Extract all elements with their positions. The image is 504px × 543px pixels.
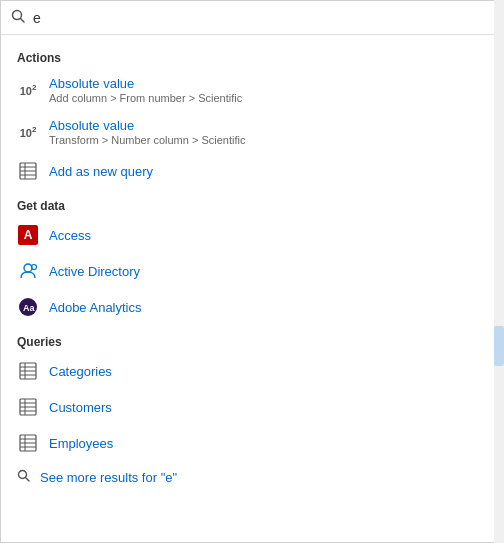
- list-item[interactable]: Customers: [1, 389, 503, 425]
- item-title: Access: [49, 228, 91, 243]
- list-item[interactable]: 102 Absolute value Transform > Number co…: [1, 111, 503, 153]
- item-title: Active Directory: [49, 264, 140, 279]
- item-title: Categories: [49, 364, 112, 379]
- see-more-label: See more results for "e": [40, 470, 177, 485]
- search-input[interactable]: e: [33, 10, 493, 26]
- item-title: Customers: [49, 400, 112, 415]
- item-title: Absolute value: [49, 118, 245, 133]
- svg-line-1: [21, 19, 25, 23]
- search-icon: [11, 9, 25, 26]
- svg-point-7: [24, 264, 32, 272]
- adobe-analytics-icon: Aa: [17, 296, 39, 318]
- svg-text:Aa: Aa: [23, 303, 35, 313]
- list-item[interactable]: Categories: [1, 353, 503, 389]
- search-panel: e Actions 102 Absolute value Add column …: [0, 0, 504, 543]
- search-icon: [17, 469, 30, 485]
- section-header-actions: Actions: [1, 41, 503, 69]
- item-title: Employees: [49, 436, 113, 451]
- scrollbar-thumb[interactable]: [494, 326, 504, 366]
- table-icon: [17, 432, 39, 454]
- list-item[interactable]: 102 Absolute value Add column > From num…: [1, 69, 503, 111]
- section-header-queries: Queries: [1, 325, 503, 353]
- scrollbar[interactable]: [494, 0, 504, 543]
- list-item[interactable]: Employees: [1, 425, 503, 461]
- item-title: Add as new query: [49, 164, 153, 179]
- list-item[interactable]: Active Directory: [1, 253, 503, 289]
- access-icon: A: [17, 224, 39, 246]
- svg-line-27: [26, 478, 30, 482]
- func-icon: 102: [17, 79, 39, 101]
- see-more-results[interactable]: See more results for "e": [1, 461, 503, 493]
- item-subtitle: Add column > From number > Scientific: [49, 92, 242, 104]
- item-title: Absolute value: [49, 76, 242, 91]
- list-item[interactable]: A Access: [1, 217, 503, 253]
- list-item[interactable]: Add as new query: [1, 153, 503, 189]
- list-item[interactable]: Aa Adobe Analytics: [1, 289, 503, 325]
- results-list: Actions 102 Absolute value Add column > …: [1, 35, 503, 542]
- func-icon: 102: [17, 121, 39, 143]
- search-bar: e: [1, 1, 503, 35]
- item-title: Adobe Analytics: [49, 300, 142, 315]
- section-header-get-data: Get data: [1, 189, 503, 217]
- add-query-icon: [17, 160, 39, 182]
- table-icon: [17, 360, 39, 382]
- active-directory-icon: [17, 260, 39, 282]
- table-icon: [17, 396, 39, 418]
- item-subtitle: Transform > Number column > Scientific: [49, 134, 245, 146]
